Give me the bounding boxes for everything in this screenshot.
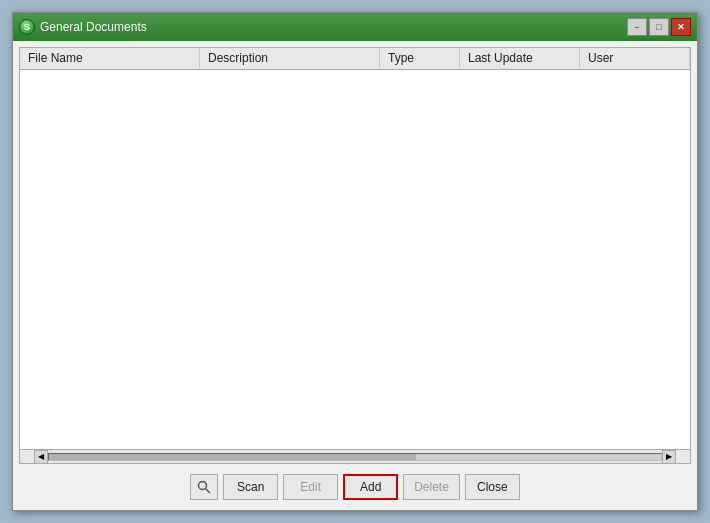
main-window: General Documents − □ ✕ File Name Descri… (12, 12, 698, 511)
scroll-right-button[interactable]: ▶ (662, 450, 676, 464)
title-bar-left: General Documents (19, 19, 147, 35)
column-header-user: User (580, 48, 690, 69)
column-header-type: Type (380, 48, 460, 69)
horizontal-scrollbar[interactable]: ◀ ▶ (20, 449, 690, 463)
maximize-button[interactable]: □ (649, 18, 669, 36)
button-bar: Scan Edit Add Delete Close (19, 470, 691, 504)
scrollbar-thumb[interactable] (49, 454, 416, 460)
scroll-left-button[interactable]: ◀ (34, 450, 48, 464)
column-header-description: Description (200, 48, 380, 69)
add-button[interactable]: Add (343, 474, 398, 500)
edit-button[interactable]: Edit (283, 474, 338, 500)
column-header-lastupdate: Last Update (460, 48, 580, 69)
documents-table: File Name Description Type Last Update U… (19, 47, 691, 464)
app-icon (19, 19, 35, 35)
window-controls: − □ ✕ (627, 18, 691, 36)
close-window-button[interactable]: ✕ (671, 18, 691, 36)
svg-line-1 (206, 489, 211, 494)
search-button[interactable] (190, 474, 218, 500)
svg-point-0 (199, 482, 207, 490)
column-header-filename: File Name (20, 48, 200, 69)
window-title: General Documents (40, 20, 147, 34)
search-icon (197, 480, 211, 494)
window-content: File Name Description Type Last Update U… (13, 41, 697, 510)
minimize-button[interactable]: − (627, 18, 647, 36)
table-header: File Name Description Type Last Update U… (20, 48, 690, 70)
table-body (20, 70, 690, 449)
close-button[interactable]: Close (465, 474, 520, 500)
scan-button[interactable]: Scan (223, 474, 278, 500)
delete-button[interactable]: Delete (403, 474, 460, 500)
title-bar: General Documents − □ ✕ (13, 13, 697, 41)
scrollbar-track[interactable] (48, 453, 662, 461)
